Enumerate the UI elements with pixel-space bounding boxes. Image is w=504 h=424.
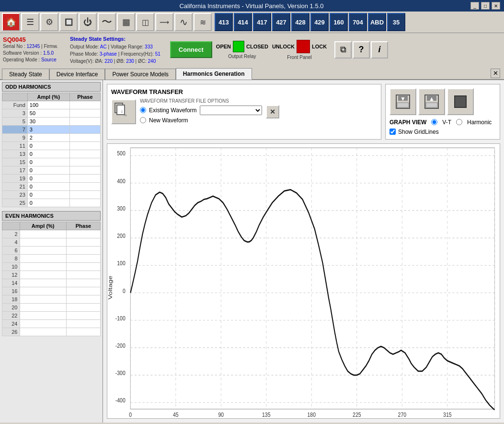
odd-harmonic-ampl[interactable]: 0 bbox=[27, 174, 69, 182]
even-harmonic-ampl[interactable] bbox=[20, 319, 66, 328]
odd-harmonic-ampl[interactable]: 0 bbox=[27, 190, 69, 199]
odd-harmonic-ampl[interactable]: 3 bbox=[27, 125, 69, 133]
new-waveform-radio[interactable] bbox=[140, 117, 146, 123]
info-button[interactable]: i bbox=[371, 41, 388, 59]
odd-harmonic-row[interactable]: 5 30 bbox=[2, 117, 101, 125]
odd-harmonic-ampl[interactable]: 0 bbox=[27, 182, 69, 190]
save-up-button[interactable]: ▲ bbox=[418, 88, 445, 115]
even-harmonic-phase[interactable] bbox=[66, 262, 100, 271]
odd-harmonic-ampl[interactable]: 0 bbox=[27, 150, 69, 158]
even-harmonic-row[interactable]: 10 bbox=[2, 262, 101, 271]
connect-button[interactable]: Connect bbox=[170, 41, 212, 58]
odd-harmonic-phase[interactable] bbox=[69, 182, 100, 190]
even-harmonic-phase[interactable] bbox=[66, 271, 100, 279]
even-harmonic-row[interactable]: 20 bbox=[2, 303, 101, 311]
even-harmonic-phase[interactable] bbox=[66, 328, 100, 336]
existing-waveform-row[interactable]: Existing Waveform bbox=[140, 106, 262, 115]
odd-harmonic-row[interactable]: 7 3 bbox=[2, 125, 101, 133]
odd-harmonic-ampl[interactable]: 0 bbox=[27, 158, 69, 166]
even-harmonic-phase[interactable] bbox=[66, 246, 100, 254]
odd-harmonic-row[interactable]: 9 2 bbox=[2, 133, 101, 141]
power-button[interactable]: ⏻ bbox=[79, 13, 97, 31]
vt-radio[interactable] bbox=[431, 119, 437, 125]
odd-harmonic-row[interactable]: 17 0 bbox=[2, 166, 101, 174]
odd-harmonic-phase[interactable] bbox=[69, 174, 100, 182]
scope-button[interactable]: ◫ bbox=[136, 13, 154, 31]
odd-harmonic-ampl[interactable]: 0 bbox=[27, 166, 69, 174]
odd-harmonic-row[interactable]: Fund 100 bbox=[2, 101, 101, 109]
num-417[interactable]: 417 bbox=[253, 13, 271, 31]
existing-waveform-radio[interactable] bbox=[140, 107, 146, 113]
odd-harmonic-row[interactable]: 13 0 bbox=[2, 150, 101, 158]
even-harmonic-phase[interactable] bbox=[66, 230, 100, 238]
even-harmonic-phase[interactable] bbox=[66, 319, 100, 328]
even-harmonic-ampl[interactable] bbox=[20, 311, 66, 319]
even-harmonic-phase[interactable] bbox=[66, 287, 100, 295]
even-harmonic-ampl[interactable] bbox=[20, 230, 66, 238]
clear-button[interactable]: ✕ bbox=[266, 105, 279, 118]
tab-power-source-models[interactable]: Power Source Models bbox=[105, 69, 175, 80]
even-harmonic-row[interactable]: 2 bbox=[2, 230, 101, 238]
tab-steady-state[interactable]: Steady State bbox=[2, 69, 49, 80]
odd-harmonic-phase[interactable] bbox=[69, 150, 100, 158]
odd-harmonic-row[interactable]: 23 0 bbox=[2, 190, 101, 199]
signal-button[interactable]: ⟿ bbox=[155, 13, 173, 31]
num-413[interactable]: 413 bbox=[215, 13, 233, 31]
transfer-icon[interactable]: ↓ ⇒ bbox=[111, 99, 136, 124]
gridlines-label[interactable]: Show GridLines bbox=[398, 129, 439, 135]
num-429[interactable]: 429 bbox=[310, 13, 329, 31]
minimize-button[interactable]: _ bbox=[470, 2, 479, 10]
even-harmonic-ampl[interactable] bbox=[20, 246, 66, 254]
gridlines-checkbox[interactable] bbox=[389, 129, 396, 135]
panel-button[interactable]: ▦ bbox=[117, 13, 135, 31]
even-harmonic-phase[interactable] bbox=[66, 303, 100, 311]
odd-harmonic-phase[interactable] bbox=[69, 133, 100, 141]
existing-waveform-label[interactable]: Existing Waveform bbox=[149, 107, 197, 114]
close-button[interactable]: ✕ bbox=[492, 2, 500, 10]
even-harmonic-ampl[interactable] bbox=[20, 303, 66, 311]
odd-harmonic-phase[interactable] bbox=[69, 166, 100, 174]
chip-button[interactable]: 🔲 bbox=[59, 13, 78, 31]
even-harmonic-row[interactable]: 22 bbox=[2, 311, 101, 319]
num-427[interactable]: 427 bbox=[272, 13, 290, 31]
maximize-button[interactable]: □ bbox=[481, 2, 490, 10]
even-harmonic-ampl[interactable] bbox=[20, 279, 66, 287]
even-harmonic-row[interactable]: 12 bbox=[2, 271, 101, 279]
even-harmonic-ampl[interactable] bbox=[20, 287, 66, 295]
even-harmonic-row[interactable]: 6 bbox=[2, 246, 101, 254]
even-harmonic-row[interactable]: 16 bbox=[2, 287, 101, 295]
even-harmonic-phase[interactable] bbox=[66, 279, 100, 287]
even-harmonic-ampl[interactable] bbox=[20, 271, 66, 279]
harmonic-label[interactable]: Harmonic bbox=[467, 119, 492, 126]
even-harmonic-row[interactable]: 18 bbox=[2, 295, 101, 303]
even-harmonic-row[interactable]: 14 bbox=[2, 279, 101, 287]
new-waveform-label[interactable]: New Waveform bbox=[149, 117, 188, 124]
home-button[interactable]: 🏠 bbox=[2, 13, 20, 31]
tab-close-button[interactable]: ✕ bbox=[491, 69, 500, 78]
odd-harmonic-ampl[interactable]: 0 bbox=[27, 141, 69, 150]
odd-harmonic-phase[interactable] bbox=[69, 190, 100, 199]
menu-button[interactable]: ☰ bbox=[21, 13, 39, 31]
copy-button[interactable]: ⧉ bbox=[334, 41, 352, 59]
settings-button[interactable]: ⚙ bbox=[40, 13, 58, 31]
even-harmonic-row[interactable]: 4 bbox=[2, 238, 101, 246]
even-harmonic-ampl[interactable] bbox=[20, 254, 66, 262]
even-harmonic-phase[interactable] bbox=[66, 254, 100, 262]
odd-harmonic-ampl[interactable]: 0 bbox=[27, 199, 69, 207]
num-abd[interactable]: ABD bbox=[368, 13, 386, 31]
odd-harmonic-ampl[interactable]: 100 bbox=[27, 101, 69, 109]
num-35[interactable]: 35 bbox=[387, 13, 405, 31]
odd-harmonic-row[interactable]: 25 0 bbox=[2, 199, 101, 207]
tab-harmonics-generation[interactable]: Harmonics Generation bbox=[176, 68, 252, 80]
even-harmonic-row[interactable]: 26 bbox=[2, 328, 101, 336]
waveform-button[interactable]: 〜 bbox=[98, 13, 116, 31]
odd-harmonic-phase[interactable] bbox=[69, 117, 100, 125]
even-harmonic-ampl[interactable] bbox=[20, 238, 66, 246]
odd-harmonic-row[interactable]: 21 0 bbox=[2, 182, 101, 190]
help-button[interactable]: ? bbox=[353, 41, 370, 59]
window-controls[interactable]: _ □ ✕ bbox=[470, 2, 500, 10]
odd-harmonic-phase[interactable] bbox=[69, 109, 100, 117]
odd-harmonic-phase[interactable] bbox=[69, 125, 100, 133]
new-waveform-row[interactable]: New Waveform bbox=[140, 117, 262, 124]
gridlines-row[interactable]: Show GridLines bbox=[389, 129, 496, 135]
